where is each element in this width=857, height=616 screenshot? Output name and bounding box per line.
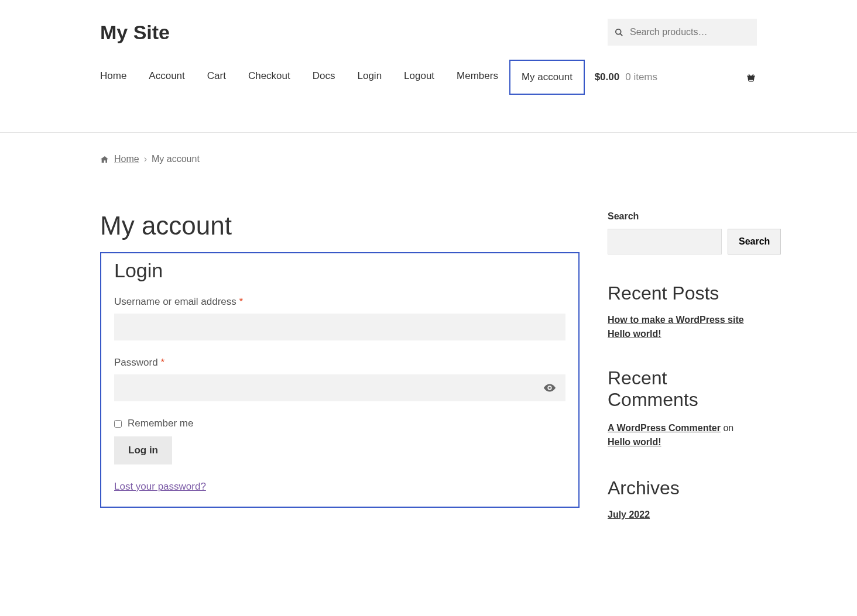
nav-logout[interactable]: Logout: [393, 60, 445, 92]
svg-point-0: [616, 29, 621, 35]
search-widget-label: Search: [608, 211, 757, 222]
svg-line-1: [620, 34, 622, 36]
recent-posts-title: Recent Posts: [608, 283, 757, 304]
sidebar-search-input[interactable]: [608, 229, 722, 254]
login-form-box: Login Username or email address * Passwo…: [100, 252, 580, 508]
recent-post-link[interactable]: Hello world!: [608, 329, 661, 339]
archives-widget: Archives July 2022: [608, 477, 757, 520]
cart-widget[interactable]: $0.00 0 items: [595, 71, 757, 83]
search-widget: Search Search: [608, 211, 757, 254]
nav-account[interactable]: Account: [138, 60, 196, 92]
username-input[interactable]: [114, 314, 565, 340]
product-search-box: [608, 19, 757, 46]
home-icon: [100, 154, 109, 164]
archives-title: Archives: [608, 477, 757, 499]
cart-items-count: 0 items: [625, 71, 657, 83]
login-heading: Login: [114, 259, 565, 282]
nav-login[interactable]: Login: [346, 60, 393, 92]
password-label: Password *: [114, 357, 565, 369]
eye-icon[interactable]: [543, 381, 556, 394]
primary-nav: Home Account Cart Checkout Docs Login Lo…: [100, 60, 585, 95]
chevron-right-icon: ›: [144, 154, 147, 164]
breadcrumb: Home › My account: [100, 154, 757, 164]
nav-members[interactable]: Members: [445, 60, 509, 92]
recent-posts-widget: Recent Posts How to make a WordPress sit…: [608, 283, 757, 339]
username-label: Username or email address *: [114, 296, 565, 308]
recent-post-link[interactable]: How to make a WordPress site: [608, 315, 744, 325]
breadcrumb-home[interactable]: Home: [114, 154, 139, 164]
nav-my-account[interactable]: My account: [509, 60, 585, 95]
list-item: Hello world!: [608, 329, 757, 339]
comment-item: A WordPress Commenter on Hello world!: [608, 421, 757, 449]
search-icon: [615, 27, 623, 37]
required-marker: *: [239, 296, 244, 307]
nav-docs[interactable]: Docs: [301, 60, 347, 92]
nav-checkout[interactable]: Checkout: [237, 60, 301, 92]
list-item: How to make a WordPress site: [608, 315, 757, 325]
login-button[interactable]: Log in: [114, 436, 172, 464]
recent-comments-title: Recent Comments: [608, 367, 757, 411]
page-title: My account: [100, 211, 580, 240]
remember-checkbox[interactable]: [114, 420, 122, 428]
password-input[interactable]: [114, 374, 565, 401]
nav-home[interactable]: Home: [100, 60, 138, 92]
list-item: July 2022: [608, 510, 757, 520]
recent-comments-widget: Recent Comments A WordPress Commenter on…: [608, 367, 757, 449]
product-search-input[interactable]: [608, 19, 757, 46]
archive-link[interactable]: July 2022: [608, 510, 650, 519]
required-marker: *: [160, 357, 164, 368]
breadcrumb-current: My account: [152, 154, 200, 164]
sidebar-search-button[interactable]: Search: [728, 229, 781, 254]
site-title[interactable]: My Site: [100, 21, 170, 44]
remember-label: Remember me: [128, 418, 193, 429]
cart-amount: $0.00: [595, 71, 620, 83]
nav-cart[interactable]: Cart: [196, 60, 237, 92]
basket-icon: [745, 71, 757, 83]
comment-post-link[interactable]: Hello world!: [608, 437, 661, 447]
comment-author-link[interactable]: A WordPress Commenter: [608, 423, 721, 433]
lost-password-link[interactable]: Lost your password?: [114, 481, 206, 492]
